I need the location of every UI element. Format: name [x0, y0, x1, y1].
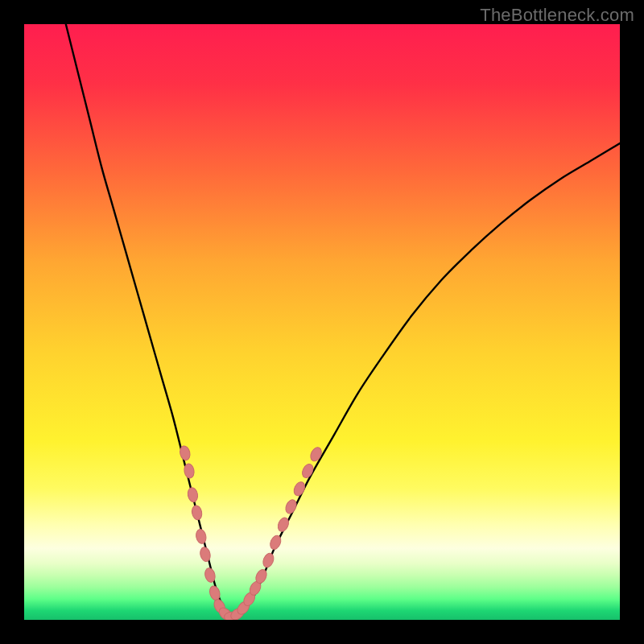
plot-area	[24, 24, 620, 620]
outer-frame: TheBottleneck.com	[0, 0, 644, 644]
watermark-text: TheBottleneck.com	[480, 5, 634, 26]
gradient-background	[24, 24, 620, 620]
bottleneck-chart	[24, 24, 620, 620]
